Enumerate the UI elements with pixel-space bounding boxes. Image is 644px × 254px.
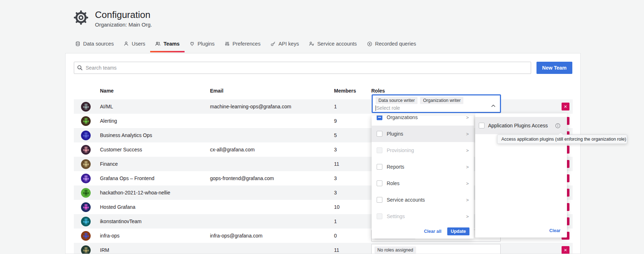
page-subtitle: Organization: Main Org. [95,22,152,28]
checkbox-unchecked-icon[interactable] [377,213,382,219]
chevron-right-icon: > [466,148,469,153]
tooltip-text: Access application plugins (still enforc… [501,137,626,142]
menu-item-label: Plugins [387,131,462,137]
menu-item-label: Provisioning [387,147,462,153]
checkbox-unchecked-icon[interactable] [377,180,382,186]
team-name[interactable]: Hosted Grafana [100,204,210,210]
team-name[interactable]: hackathon-2021-12-whoa-nellie [100,190,210,196]
update-button[interactable]: Update [447,227,469,235]
text-cursor [376,105,376,111]
tabs: Data sources Users Teams Plugins Prefere… [70,37,421,52]
chevron-right-icon: > [466,181,469,186]
team-avatar [81,159,91,169]
checkbox-unchecked-icon[interactable] [377,131,382,137]
tab-label: Plugins [197,41,215,47]
team-members-count: 5 [334,132,371,138]
team-avatar [81,102,91,112]
plugins-submenu: Application Plugins Access Clear [475,113,567,237]
team-name[interactable]: AI/ML [100,104,210,109]
role-tag: Data source writer [376,97,418,104]
submenu-item-application-plugins-access[interactable]: Application Plugins Access [475,117,567,134]
role-picker[interactable]: No roles assigned [371,244,501,254]
team-email: cx-all@grafana.com [210,147,334,152]
roles-dropdown: Organizations > Plugins > Provisioning >… [372,116,474,239]
role-tag: No roles assigned [375,246,416,254]
team-name[interactable]: Finance [100,161,210,167]
tab-api-keys[interactable]: API keys [266,37,304,52]
checkbox-indeterminate-icon[interactable] [377,116,382,120]
team-members-count: 3 [334,147,371,152]
delete-team-button[interactable]: × [562,246,569,254]
delete-team-button[interactable]: × [562,103,569,110]
team-name[interactable]: ikonstantinovTeam [100,218,210,224]
column-header-roles: Roles [371,88,551,94]
column-header-email: Email [210,88,334,94]
tab-preferences[interactable]: Preferences [220,37,266,52]
record-icon [367,41,372,47]
page-title: Configuration [95,9,152,20]
tab-users[interactable]: Users [119,37,150,52]
roles-menu-item-plugins[interactable]: Plugins > [372,126,474,142]
roles-menu-item-settings[interactable]: Settings > [372,208,474,225]
team-avatar [81,231,91,241]
plug-icon [190,41,195,46]
tab-label: Recorded queries [375,41,416,47]
tab-label: Preferences [233,41,261,47]
menu-item-label: Service accounts [387,197,462,203]
chevron-up-icon[interactable] [491,103,496,109]
search-input[interactable] [74,62,531,74]
user-icon [124,41,129,46]
team-avatar [81,217,91,226]
role-picker-open[interactable]: Data source writer Organization writer S… [372,94,501,113]
tab-label: Teams [163,41,180,47]
table-row[interactable]: IRM 11 No roles assigned × [74,243,573,254]
submenu-clear-button[interactable]: Clear [549,228,560,233]
dropdown-footer: Clear all Update [424,227,469,235]
team-avatar [81,174,91,183]
team-email: gops-frontend@grafana.com [210,175,334,181]
checkbox-unchecked-icon[interactable] [377,164,382,170]
team-members-count: 3 [334,175,371,181]
gear-icon [73,9,89,26]
roles-menu-item-service-accounts[interactable]: Service accounts > [372,192,474,208]
team-avatar [81,245,91,254]
team-name[interactable]: Alerting [100,118,210,124]
roles-menu-item-roles[interactable]: Roles > [372,175,474,192]
chevron-right-icon: > [466,164,469,170]
tab-teams[interactable]: Teams [150,37,185,52]
roles-menu-item-organizations[interactable]: Organizations > [372,116,474,126]
new-team-button[interactable]: New Team [536,62,572,74]
tab-data-sources[interactable]: Data sources [70,37,119,52]
team-name[interactable]: infra-ops [100,233,210,239]
search-icon [77,65,83,72]
clear-all-button[interactable]: Clear all [424,229,442,234]
team-name[interactable]: Customer Success [100,147,210,152]
database-icon [75,41,80,46]
team-name[interactable]: IRM [100,247,210,253]
checkbox-unchecked-icon[interactable] [377,197,382,203]
tab-recorded-queries[interactable]: Recorded queries [362,37,421,52]
tab-plugins[interactable]: Plugins [185,37,220,52]
team-email: infra-ops@grafana.com [210,233,334,239]
column-header-name: Name [100,88,210,94]
tooltip: Access application plugins (still enforc… [497,135,627,144]
users-icon [155,41,161,46]
roles-menu-item-reports[interactable]: Reports > [372,159,474,175]
role-picker-input[interactable]: Select role [376,105,497,111]
menu-item-label: Settings [387,213,462,219]
service-account-icon [309,41,314,46]
tab-service-accounts[interactable]: Service accounts [304,37,362,52]
team-name[interactable]: Grafana Ops – Frontend [100,175,210,181]
team-avatar [81,145,91,155]
chevron-right-icon: > [466,131,469,137]
info-icon[interactable] [555,123,560,128]
menu-item-label: Organizations [387,116,462,120]
menu-item-label: Reports [387,164,462,170]
tab-label: Data sources [83,41,114,47]
checkbox-unchecked-icon[interactable] [479,123,485,128]
roles-menu-item-provisioning[interactable]: Provisioning > [372,142,474,159]
team-avatar [81,188,91,198]
checkbox-unchecked-icon[interactable] [377,147,382,153]
team-members-count: 1 [334,104,371,109]
team-name[interactable]: Business Analytics Ops [100,132,210,138]
